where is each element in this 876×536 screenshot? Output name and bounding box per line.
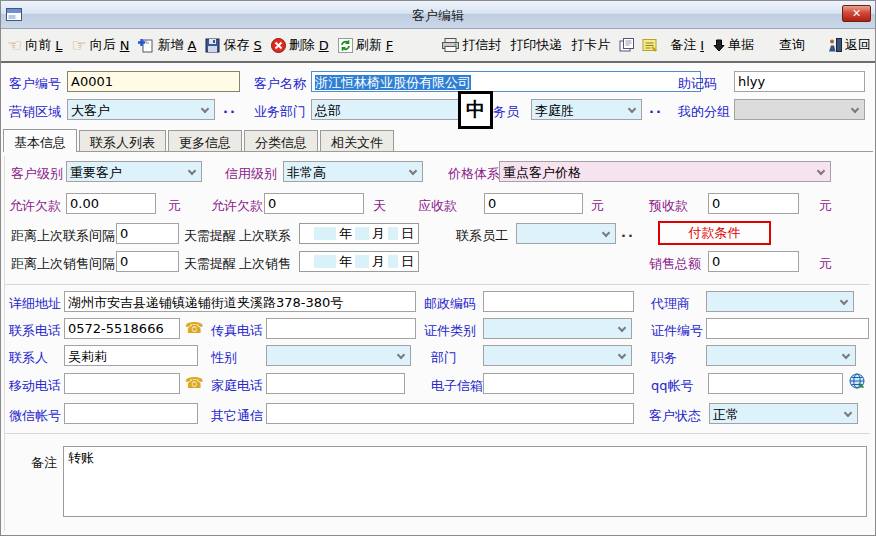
toolbar-button-remark[interactable]: 备注I (670, 36, 704, 54)
prepaid-input[interactable]: 0 (708, 193, 799, 214)
contact-staff-select[interactable] (516, 223, 616, 244)
postcode-input[interactable] (483, 291, 634, 312)
toolbar-button-print-card[interactable]: 打卡片 (571, 36, 610, 54)
hand-right-icon: ☞ (72, 38, 87, 52)
region-select[interactable]: 大客户 (67, 99, 215, 120)
sales-interval-input[interactable]: 0 (116, 251, 179, 272)
button-label: 删除 (289, 36, 315, 54)
customer-name-input[interactable]: 浙江恒林椅业股份有限公司 (311, 71, 701, 92)
toolbar-button-back[interactable]: ☞ 向后N (72, 36, 130, 54)
toolbar-button-delete[interactable]: 删除D (271, 36, 329, 54)
total-sales-input[interactable]: 0 (708, 251, 799, 272)
payment-terms-button[interactable]: 付款条件 (658, 221, 771, 245)
qq-input[interactable] (708, 373, 843, 394)
region-value: 大客户 (71, 103, 110, 118)
phone-dial-icon[interactable]: ☎ (185, 318, 204, 339)
tab-contact-list[interactable]: 联系人列表 (79, 130, 166, 151)
chevron-down-icon (602, 229, 610, 237)
price-system-value: 重点客户价格 (503, 165, 581, 180)
mobile-input[interactable] (64, 373, 180, 394)
status-label: 客户状态 (649, 407, 701, 425)
position-select[interactable] (706, 345, 856, 366)
printer-icon (442, 38, 459, 52)
department-label: 部门 (431, 349, 457, 367)
button-label: 刷新 (356, 36, 382, 54)
toolbar-button-refresh[interactable]: 刷新F (338, 36, 393, 54)
last-contact-date-input[interactable]: 年 月 日 (299, 223, 419, 244)
cert-type-select[interactable] (483, 318, 632, 339)
phone-input[interactable]: 0572-5518666 (64, 318, 180, 339)
salesman-browse-button[interactable]: .. (649, 101, 663, 116)
dept-select[interactable]: 总部 (311, 99, 472, 120)
agent-select[interactable] (706, 291, 854, 312)
sales-interval-suffix: 天需提醒 (184, 255, 236, 273)
toolbar: ☜ 向前L ☞ 向后N 新增A 保存S 删除D 刷新F 打信封 打印快递 (1, 29, 875, 63)
allow-debt-days-label: 允许欠款 (211, 197, 263, 215)
button-label: 打印快递 (510, 36, 562, 54)
new-doc-icon (138, 38, 154, 53)
wechat-label: 微信帐号 (9, 407, 61, 425)
chevron-down-icon (618, 351, 626, 359)
toolbar-button-return[interactable]: 返回R (828, 36, 876, 54)
cert-no-input[interactable] (706, 318, 869, 339)
salesman-select[interactable]: 李庭胜 (531, 99, 642, 120)
toolbar-button-print-express[interactable]: 打印快递 (510, 36, 562, 54)
customer-level-select[interactable]: 重要客户 (66, 161, 202, 182)
unit-yuan: 元 (819, 255, 832, 273)
address-input[interactable]: 湖州市安吉县递铺镇递铺街道夹溪路378-380号 (64, 291, 416, 312)
price-system-select[interactable]: 重点客户价格 (499, 161, 831, 182)
home-phone-input[interactable] (266, 373, 405, 394)
tab-category-info[interactable]: 分类信息 (244, 130, 318, 151)
globe-icon[interactable] (849, 373, 866, 393)
toolbar-button-new[interactable]: 新增A (138, 36, 196, 54)
panel-border (4, 156, 5, 531)
my-group-select[interactable] (734, 99, 865, 120)
shortcut-key: S (253, 38, 261, 53)
remark-textarea[interactable]: 转账 (63, 446, 867, 517)
tab-basic-info[interactable]: 基本信息 (3, 129, 77, 152)
chevron-down-icon (397, 351, 405, 359)
gender-label: 性别 (211, 349, 237, 367)
allow-debt-amount-label: 允许欠款 (9, 197, 61, 215)
salesman-value: 李庭胜 (535, 103, 574, 118)
allow-debt-amount-input[interactable]: 0.00 (66, 193, 156, 214)
chevron-down-icon (188, 167, 196, 175)
email-input[interactable] (483, 373, 634, 394)
department-select[interactable] (483, 345, 632, 366)
toolbar-button-documents[interactable] (619, 38, 638, 52)
toolbar-button-bills[interactable]: 单据 (713, 36, 754, 54)
other-comm-input[interactable] (266, 403, 634, 424)
customer-level-value: 重要客户 (70, 165, 122, 180)
chevron-down-icon (628, 105, 636, 113)
fax-input[interactable] (266, 318, 416, 339)
close-button[interactable]: ✕ (842, 5, 871, 22)
receivable-input[interactable]: 0 (484, 193, 583, 214)
refresh-icon (338, 38, 353, 53)
toolbar-button-print-envelope[interactable]: 打信封 (442, 36, 501, 54)
last-sale-date-input[interactable]: 年 月 日 (299, 251, 419, 272)
wechat-input[interactable] (64, 403, 198, 424)
status-select[interactable]: 正常 (709, 403, 858, 424)
mnemonic-input[interactable]: hlyy (734, 71, 865, 92)
toolbar-button-query[interactable]: 查询 (779, 36, 805, 54)
dept-label: 业务部门 (254, 103, 306, 121)
my-group-label: 我的分组 (678, 103, 730, 121)
region-browse-button[interactable]: .. (223, 101, 237, 116)
hand-left-icon: ☜ (7, 38, 22, 52)
tab-related-files[interactable]: 相关文件 (320, 130, 394, 151)
toolbar-button-save[interactable]: 保存S (205, 36, 261, 54)
contact-person-input[interactable]: 吴莉莉 (64, 345, 198, 366)
gender-select[interactable] (266, 345, 411, 366)
shortcut-key: F (386, 38, 393, 53)
contact-staff-browse-button[interactable]: .. (621, 225, 635, 240)
floppy-icon (205, 38, 220, 53)
toolbar-button-forward[interactable]: ☜ 向前L (7, 36, 63, 54)
customer-no-input[interactable]: A0001 (67, 71, 240, 92)
sales-interval-label: 距离上次销售间隔 (11, 255, 115, 273)
phone-dial-icon[interactable]: ☎ (185, 373, 204, 394)
tab-more-info[interactable]: 更多信息 (168, 130, 242, 151)
credit-level-select[interactable]: 非常高 (283, 161, 423, 182)
toolbar-button-note[interactable] (642, 38, 661, 52)
contact-interval-input[interactable]: 0 (116, 223, 179, 244)
allow-debt-days-input[interactable]: 0 (264, 193, 364, 214)
